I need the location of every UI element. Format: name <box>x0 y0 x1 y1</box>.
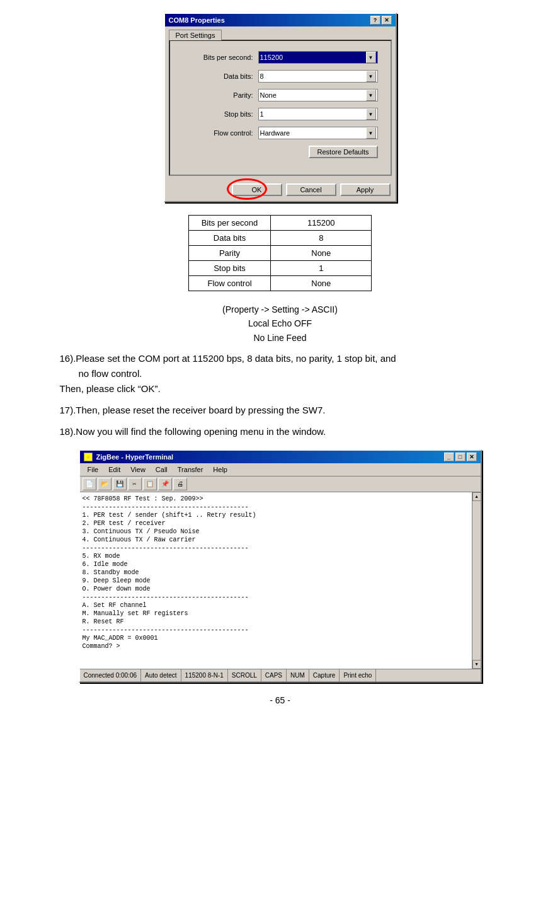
value-parity: None <box>271 246 372 261</box>
menu-view[interactable]: View <box>125 465 151 475</box>
data-bits-arrow[interactable]: ▼ <box>366 71 376 82</box>
menu-edit[interactable]: Edit <box>103 465 125 475</box>
param-parity: Parity <box>188 246 271 261</box>
bits-per-second-select[interactable]: 115200 ▼ <box>258 51 378 64</box>
bits-per-second-label: Bits per second: <box>183 54 258 61</box>
parity-label: Parity: <box>183 91 258 99</box>
flow-control-select[interactable]: Hardware ▼ <box>258 127 378 139</box>
close-button[interactable]: ✕ <box>382 16 392 25</box>
ht-titlebar: ⚡ ZigBee - HyperTerminal _ □ ✕ <box>80 451 481 463</box>
flow-control-label: Flow control: <box>183 129 258 137</box>
restore-defaults-row: Restore Defaults <box>183 146 378 158</box>
step16b: no flow control. <box>60 366 501 381</box>
status-auto-detect: Auto detect <box>141 669 181 681</box>
parity-value: None <box>260 91 277 99</box>
menu-transfer[interactable]: Transfer <box>173 465 209 475</box>
table-row: Stop bits 1 <box>188 261 372 276</box>
parity-select[interactable]: None ▼ <box>258 89 378 101</box>
scroll-down-arrow[interactable]: ▼ <box>472 660 481 669</box>
ht-menubar: File Edit View Call Transfer Help <box>80 463 481 476</box>
status-caps: CAPS <box>261 669 287 681</box>
toolbar-paste[interactable]: 📌 <box>158 478 172 490</box>
data-bits-row: Data bits: 8 ▼ <box>183 70 378 83</box>
step16-text: 16).Please set the COM port at 115200 bp… <box>60 351 501 396</box>
port-settings-tab[interactable]: Port Settings <box>169 30 222 40</box>
status-scroll: SCROLL <box>228 669 261 681</box>
status-print-echo: Print echo <box>340 669 376 681</box>
param-flow-control: Flow control <box>188 276 271 291</box>
dialog-body: Bits per second: 115200 ▼ Data bits: 8 ▼… <box>169 40 392 176</box>
bits-per-second-arrow[interactable]: ▼ <box>366 52 376 63</box>
ok-button-wrapper: OK <box>232 183 282 196</box>
step17: 17).Then, please reset the receiver boar… <box>60 405 326 415</box>
ht-app-icon: ⚡ <box>84 453 93 461</box>
bits-per-second-value: 115200 <box>260 54 283 61</box>
ht-content-area: << 78F8058 RF Test : Sep. 2009>> -------… <box>80 492 481 669</box>
flow-control-arrow[interactable]: ▼ <box>366 127 376 139</box>
apply-button[interactable]: Apply <box>340 183 391 196</box>
parity-arrow[interactable]: ▼ <box>366 90 376 101</box>
flow-control-row: Flow control: Hardware ▼ <box>183 127 378 139</box>
table-row: Parity None <box>188 246 372 261</box>
restore-defaults-button[interactable]: Restore Defaults <box>309 146 378 158</box>
value-bits-per-second: 115200 <box>271 216 372 231</box>
ht-titlebar-buttons: _ □ ✕ <box>444 453 477 461</box>
dialog-tabs: Port Settings <box>165 26 396 40</box>
dialog-title: COM8 Properties <box>169 16 225 24</box>
ht-title: ZigBee - HyperTerminal <box>96 453 174 461</box>
param-stop-bits: Stop bits <box>188 261 271 276</box>
ht-minimize-button[interactable]: _ <box>444 453 454 461</box>
data-bits-label: Data bits: <box>183 72 258 80</box>
table-row: Flow control None <box>188 276 372 291</box>
hyperterminal-wrapper: ⚡ ZigBee - HyperTerminal _ □ ✕ File Edit… <box>60 449 501 683</box>
scroll-up-arrow[interactable]: ▲ <box>472 492 481 501</box>
center-line1: (Property -> Setting -> ASCII) <box>60 303 501 316</box>
status-capture: Capture <box>309 669 340 681</box>
toolbar-save[interactable]: 💾 <box>113 478 127 490</box>
status-num: NUM <box>287 669 309 681</box>
settings-table: Bits per second 115200 Data bits 8 Parit… <box>188 215 372 291</box>
center-line3: No Line Feed <box>60 331 501 345</box>
menu-help[interactable]: Help <box>208 465 232 475</box>
cancel-button[interactable]: Cancel <box>286 183 336 196</box>
step18-text: 18).Now you will find the following open… <box>60 424 501 439</box>
settings-table-wrapper: Bits per second 115200 Data bits 8 Parit… <box>60 215 501 291</box>
param-data-bits: Data bits <box>188 231 271 246</box>
stop-bits-arrow[interactable]: ▼ <box>366 108 376 120</box>
flow-control-value: Hardware <box>260 129 290 137</box>
com8-properties-dialog: COM8 Properties ? ✕ Port Settings Bits p… <box>164 13 397 202</box>
stop-bits-value: 1 <box>260 110 264 118</box>
data-bits-select[interactable]: 8 ▼ <box>258 70 378 83</box>
stop-bits-label: Stop bits: <box>183 110 258 118</box>
ht-titlebar-left: ⚡ ZigBee - HyperTerminal <box>84 453 174 461</box>
table-row: Bits per second 115200 <box>188 216 372 231</box>
help-button[interactable]: ? <box>370 16 380 25</box>
ht-maximize-button[interactable]: □ <box>455 453 466 461</box>
ok-button[interactable]: OK <box>232 183 282 196</box>
scroll-thumb[interactable] <box>472 501 481 660</box>
toolbar-print[interactable]: 🖨 <box>173 478 187 490</box>
menu-file[interactable]: File <box>83 465 104 475</box>
ht-toolbar: 📄 📂 💾 ✂ 📋 📌 🖨 <box>80 476 481 492</box>
table-row: Data bits 8 <box>188 231 372 246</box>
toolbar-copy[interactable]: 📋 <box>143 478 157 490</box>
dialog-titlebar: COM8 Properties ? ✕ <box>165 14 396 26</box>
toolbar-open[interactable]: 📂 <box>98 478 111 490</box>
step18: 18).Now you will find the following open… <box>60 426 326 437</box>
toolbar-cut[interactable]: ✂ <box>128 478 142 490</box>
stop-bits-select[interactable]: 1 ▼ <box>258 108 378 120</box>
dialog-footer: OK Cancel Apply <box>165 180 396 201</box>
status-baud: 115200 8-N-1 <box>181 669 228 681</box>
param-bits-per-second: Bits per second <box>188 216 271 231</box>
dialog-wrapper: COM8 Properties ? ✕ Port Settings Bits p… <box>60 13 501 202</box>
ht-terminal[interactable]: << 78F8058 RF Test : Sep. 2009>> -------… <box>80 492 472 669</box>
value-stop-bits: 1 <box>271 261 372 276</box>
bits-per-second-row: Bits per second: 115200 ▼ <box>183 51 378 64</box>
step16c: Then, please click “OK”. <box>60 383 161 394</box>
ht-statusbar: Connected 0:00:06 Auto detect 115200 8-N… <box>80 669 481 681</box>
ht-close-button[interactable]: ✕ <box>467 453 477 461</box>
value-flow-control: None <box>271 276 372 291</box>
menu-call[interactable]: Call <box>151 465 173 475</box>
stop-bits-row: Stop bits: 1 ▼ <box>183 108 378 120</box>
toolbar-new[interactable]: 📄 <box>83 478 96 490</box>
